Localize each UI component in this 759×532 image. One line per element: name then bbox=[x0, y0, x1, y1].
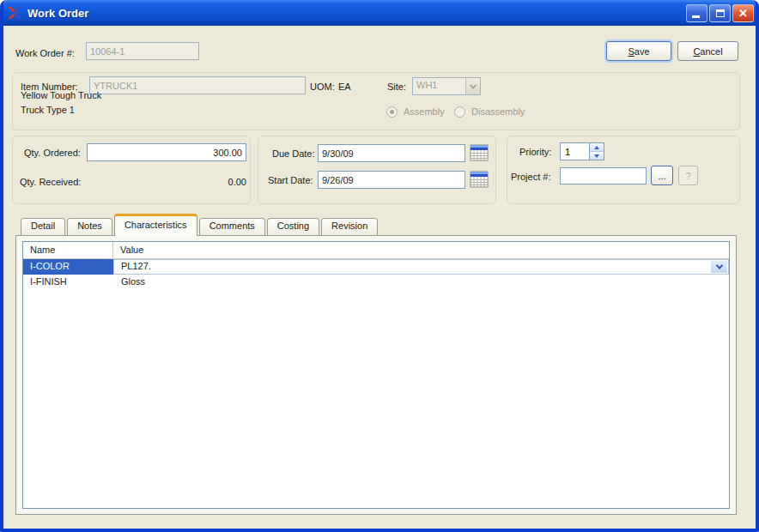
spin-down-button[interactable] bbox=[590, 152, 604, 160]
work-order-number-field bbox=[86, 42, 199, 60]
priority-field[interactable] bbox=[560, 142, 589, 160]
qty-ordered-field[interactable] bbox=[87, 143, 246, 161]
tab-detail[interactable]: Detail bbox=[21, 218, 65, 236]
site-dropdown-arrow bbox=[465, 78, 480, 94]
due-date-calendar-button[interactable] bbox=[470, 144, 489, 161]
column-header-value[interactable]: Value bbox=[113, 242, 729, 258]
characteristic-value-text: PL127. bbox=[121, 261, 151, 271]
site-combobox: WH1 bbox=[412, 77, 481, 95]
project-browse-button[interactable]: ... bbox=[651, 166, 673, 185]
window-title: Work Order bbox=[27, 7, 686, 20]
maximize-icon bbox=[716, 9, 725, 17]
save-button[interactable]: Save bbox=[606, 41, 671, 61]
close-icon: ✕ bbox=[738, 8, 748, 19]
tab-revision[interactable]: Revision bbox=[321, 218, 378, 236]
minimize-icon bbox=[692, 15, 700, 18]
project-help-button: ? bbox=[678, 166, 698, 185]
priority-stepper[interactable] bbox=[560, 142, 604, 160]
qty-received-label: Qty. Received: bbox=[20, 173, 81, 190]
table-row[interactable]: I-COLOR PL127. bbox=[23, 259, 729, 275]
value-dropdown-button[interactable] bbox=[711, 261, 727, 273]
qty-received-value: 0.00 bbox=[158, 173, 246, 190]
disassembly-radio-label: Disassembly bbox=[471, 103, 525, 120]
priority-spin-buttons bbox=[589, 142, 604, 160]
characteristics-table: Name Value I-COLOR PL127. I-FINISH Gloss bbox=[22, 241, 730, 509]
priority-label: Priority: bbox=[519, 143, 551, 160]
calendar-icon bbox=[470, 144, 489, 161]
assembly-radio-label: Assembly bbox=[404, 103, 445, 120]
table-header-row: Name Value bbox=[23, 242, 729, 259]
chevron-down-icon bbox=[470, 82, 477, 88]
site-label: Site: bbox=[387, 78, 406, 95]
window-controls: ✕ bbox=[686, 4, 754, 22]
tab-strip: Detail Notes Characteristics Comments Co… bbox=[21, 214, 380, 236]
uom-value: EA bbox=[338, 78, 351, 95]
due-date-field[interactable] bbox=[318, 144, 465, 162]
characteristic-value-cell[interactable]: Gloss bbox=[113, 275, 729, 290]
cancel-button[interactable]: Cancel bbox=[677, 41, 738, 61]
characteristics-tab-page: Name Value I-COLOR PL127. I-FINISH Gloss bbox=[15, 235, 737, 515]
app-logo-icon bbox=[7, 6, 22, 20]
due-date-label: Due Date: bbox=[272, 145, 315, 162]
project-number-label: Project #: bbox=[511, 168, 550, 185]
disassembly-radio bbox=[454, 106, 465, 118]
item-description-line1: Yellow Tough Truck bbox=[21, 89, 101, 102]
start-date-label: Start Date: bbox=[268, 172, 313, 189]
start-date-field[interactable] bbox=[318, 171, 465, 189]
titlebar[interactable]: Work Order ✕ bbox=[0, 0, 759, 26]
characteristic-value-editor[interactable]: PL127. bbox=[113, 259, 729, 275]
work-order-window: Work Order ✕ Work Order #: Save Cancel I… bbox=[0, 0, 759, 532]
tab-characteristics[interactable]: Characteristics bbox=[114, 214, 197, 236]
project-number-field[interactable] bbox=[560, 167, 647, 184]
qty-ordered-label: Qty. Ordered: bbox=[24, 144, 81, 161]
arrow-down-icon bbox=[594, 154, 599, 158]
column-header-name[interactable]: Name bbox=[23, 242, 113, 258]
client-area: Work Order #: Save Cancel Item Number: U… bbox=[3, 26, 756, 529]
work-order-number-label: Work Order #: bbox=[15, 45, 75, 62]
uom-label: UOM: bbox=[310, 78, 335, 95]
characteristic-value-text: Gloss bbox=[121, 276, 145, 287]
maximize-button[interactable] bbox=[709, 4, 731, 22]
start-date-calendar-button[interactable] bbox=[470, 171, 489, 188]
calendar-icon bbox=[470, 171, 489, 188]
tab-notes[interactable]: Notes bbox=[67, 218, 112, 236]
assembly-radio bbox=[386, 106, 398, 118]
close-button[interactable]: ✕ bbox=[732, 4, 754, 22]
site-value: WH1 bbox=[413, 78, 465, 94]
chevron-down-icon bbox=[715, 262, 722, 269]
tab-comments[interactable]: Comments bbox=[199, 218, 265, 236]
arrow-up-icon bbox=[594, 146, 599, 149]
item-description-line2: Truck Type 1 bbox=[21, 104, 75, 117]
characteristic-name-cell[interactable]: I-COLOR bbox=[23, 259, 113, 275]
minimize-button[interactable] bbox=[686, 4, 707, 22]
characteristic-name-cell[interactable]: I-FINISH bbox=[23, 275, 113, 290]
item-number-field bbox=[89, 76, 306, 94]
table-row[interactable]: I-FINISH Gloss bbox=[23, 275, 729, 290]
tab-costing[interactable]: Costing bbox=[267, 218, 319, 236]
spin-up-button[interactable] bbox=[590, 143, 604, 152]
